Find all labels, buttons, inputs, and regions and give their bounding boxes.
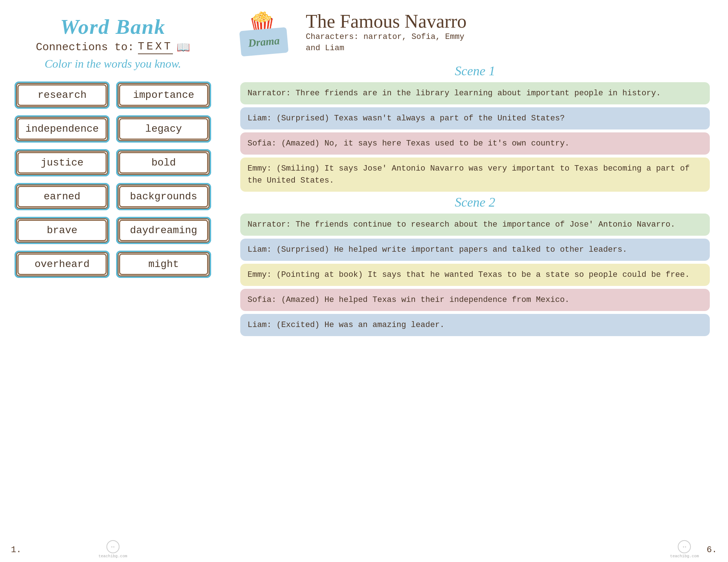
word-card-importance[interactable]: importance — [116, 81, 211, 109]
word-card-daydreaming[interactable]: daydreaming — [116, 217, 211, 244]
drama-badge: Drama — [239, 27, 289, 56]
logo-text-right: teachibg.com — [670, 554, 699, 558]
dialogue-block-4: Narrator: The friends continue to resear… — [240, 214, 710, 236]
page-number-left: 1. — [11, 545, 21, 555]
word-card-bold[interactable]: bold — [116, 149, 211, 176]
word-card-overheard[interactable]: overheard — [15, 251, 110, 278]
word-card-legacy[interactable]: legacy — [116, 115, 211, 143]
dialogue-block-8: Liam: (Excited) He was an amazing leader… — [240, 314, 710, 336]
right-panel: 🍿 Drama The Famous Navarro Characters: n… — [226, 0, 728, 562]
logo-circle-right: ✦✦ — [678, 540, 691, 553]
dialogue-block-1: Liam: (Surprised) Texas wasn't always a … — [240, 107, 710, 129]
title-block: The Famous Navarro Characters: narrator,… — [306, 11, 467, 54]
connections-label: Connections to: — [36, 41, 134, 53]
word-card-might[interactable]: might — [116, 251, 211, 278]
dialogue-container: Narrator: Three friends are in the libra… — [240, 82, 710, 339]
scene2-heading: Scene 2 — [240, 195, 710, 210]
word-grid: researchimportanceindependencelegacyjust… — [15, 81, 211, 278]
dialogue-block-3: Emmy: (Smiling) It says Jose' Antonio Na… — [240, 158, 710, 192]
logo-text-left: teachibg.com — [98, 554, 127, 558]
play-title: The Famous Navarro — [306, 11, 467, 32]
dialogue-block-0: Narrator: Three friends are in the libra… — [240, 82, 710, 104]
logo-left: ✦✦ teachibg.com — [98, 540, 127, 558]
scene1-heading: Scene 1 — [240, 63, 710, 79]
word-card-independence[interactable]: independence — [15, 115, 110, 143]
color-instruction: Color in the words you know. — [44, 57, 181, 71]
dialogue-block-2: Sofia: (Amazed) No, it says here Texas u… — [240, 132, 710, 155]
dialogue-block-7: Sofia: (Amazed) He helped Texas win thei… — [240, 289, 710, 311]
word-card-brave[interactable]: brave — [15, 217, 110, 244]
word-bank-title: Word Bank — [60, 15, 165, 39]
word-card-justice[interactable]: justice — [15, 149, 110, 176]
dialogue-block-5: Liam: (Surprised) He helped write import… — [240, 239, 710, 261]
book-icon: 📖 — [177, 41, 190, 54]
connections-line: Connections to: TEXT 📖 — [36, 40, 190, 54]
logo-right: ✦✦ teachibg.com — [670, 540, 699, 558]
word-card-earned[interactable]: earned — [15, 183, 110, 210]
dialogue-block-6: Emmy: (Pointing at book) It says that he… — [240, 264, 710, 286]
characters-text: Characters: narrator, Sofia, Emmy — [306, 32, 464, 41]
popcorn-drama-wrap: 🍿 Drama — [240, 11, 298, 55]
logo-circle-left: ✦✦ — [106, 540, 119, 553]
text-label: TEXT — [138, 40, 173, 54]
drama-badge-text: Drama — [248, 34, 280, 49]
page-number-right: 6. — [707, 545, 717, 555]
and-liam-text: and Liam — [306, 44, 344, 53]
word-card-backgrounds[interactable]: backgrounds — [116, 183, 211, 210]
characters-line: Characters: narrator, Sofia, Emmy and Li… — [306, 32, 467, 54]
left-panel: Word Bank Connections to: TEXT 📖 Color i… — [0, 0, 226, 562]
word-card-research[interactable]: research — [15, 81, 110, 109]
drama-header: 🍿 Drama The Famous Navarro Characters: n… — [240, 11, 710, 55]
